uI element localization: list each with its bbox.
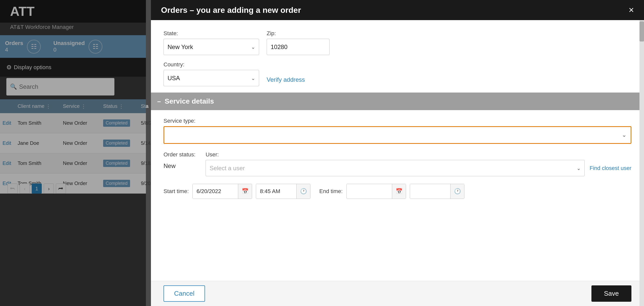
unassigned-icon: ☷ xyxy=(89,40,102,54)
end-time-label: End time: xyxy=(319,188,343,195)
search-icon: 🔍 xyxy=(10,83,17,90)
order-status-group: Order status: New xyxy=(164,151,195,169)
zip-group: Zip: xyxy=(267,30,330,55)
modal-body: State: New York Zip: Country: USA xyxy=(151,20,644,281)
unassigned-label: Unassigned xyxy=(53,40,85,47)
start-date-input-wrap: 📅 xyxy=(192,184,252,199)
end-date-input[interactable] xyxy=(347,184,392,199)
table-row: Edit Jane Doe New Order Completed 5/14/ xyxy=(0,133,146,153)
country-group: Country: USA xyxy=(164,61,259,86)
state-select-wrapper: New York xyxy=(164,39,259,55)
country-select-wrapper: USA xyxy=(164,70,259,86)
service-type-label: Service type: xyxy=(164,118,631,124)
orders-stat: Orders 4 ☷ xyxy=(5,40,41,54)
start-date-calendar-button[interactable]: 📅 xyxy=(238,184,252,199)
display-options-button[interactable]: ⚙ Display options xyxy=(6,64,51,71)
service-3: New Order xyxy=(60,160,101,166)
start-time-clock-button[interactable]: 🕐 xyxy=(296,184,310,199)
order-user-row: Order status: New User: Select a user ⌄ … xyxy=(164,151,631,176)
next-page-button[interactable]: › xyxy=(44,184,54,194)
state-label: State: xyxy=(164,30,259,37)
pagination: ⮪ ‹ 1 › ⮫ xyxy=(8,184,66,194)
search-input[interactable] xyxy=(6,78,114,96)
country-select[interactable]: USA xyxy=(164,70,259,86)
orders-table: Client name ⋮ Service ⋮ Status ⋮ Sta Edi… xyxy=(0,99,146,194)
edit-link-3[interactable]: Edit xyxy=(0,160,15,166)
start-time-input-wrap: 🕐 xyxy=(256,184,310,199)
orders-label: Orders xyxy=(5,40,23,47)
table-row: Edit Tom Smith New Order Completed 9/18/ xyxy=(0,153,146,173)
modal-close-button[interactable]: × xyxy=(629,6,634,15)
unassigned-count: 0 xyxy=(53,47,85,53)
service-details-header: – Service details xyxy=(151,93,644,110)
start-time-input[interactable] xyxy=(256,184,296,199)
zip-label: Zip: xyxy=(267,30,330,37)
gear-icon: ⚙ xyxy=(6,64,12,71)
order-status-label: Order status: xyxy=(164,151,195,158)
find-closest-user-link[interactable]: Find closest user xyxy=(590,165,631,171)
table-header: Client name ⋮ Service ⋮ Status ⋮ Sta xyxy=(0,99,146,113)
cancel-button[interactable]: Cancel xyxy=(164,285,205,302)
service-type-wrapper: ⌄ xyxy=(164,126,631,144)
zip-input[interactable] xyxy=(267,39,330,55)
modal-title: Orders – you are adding a new order xyxy=(161,6,629,15)
end-time-clock-button[interactable]: 🕐 xyxy=(450,184,464,199)
display-options-label: Display options xyxy=(14,64,51,71)
state-zip-row: State: New York Zip: xyxy=(164,30,631,55)
modal-footer: Cancel Save xyxy=(151,281,644,306)
page-1-button[interactable]: 1 xyxy=(32,184,42,194)
start-time-label: Start time: xyxy=(164,188,189,195)
app-header: ATT xyxy=(0,0,146,23)
client-name-3: Tom Smith xyxy=(15,160,60,166)
orders-count: 4 xyxy=(5,47,23,53)
service-4: New Order xyxy=(60,181,101,186)
end-time-input-wrap: 🕐 xyxy=(410,184,464,199)
service-type-select[interactable] xyxy=(164,126,631,144)
order-status-value: New xyxy=(164,160,195,169)
stats-bar: Orders 4 ☷ Unassigned 0 ☷ xyxy=(0,35,146,58)
user-row-inner: Select a user ⌄ Find closest user xyxy=(206,160,631,176)
app-subtitle: AT&T Workforce Manager xyxy=(10,24,74,30)
client-name-1: Tom Smith xyxy=(15,120,60,126)
user-select-wrapper: Select a user ⌄ xyxy=(206,160,585,176)
service-2: New Order xyxy=(60,140,101,146)
orders-icon: ☷ xyxy=(27,40,41,54)
section-title: Service details xyxy=(165,97,214,105)
table-row: Edit Tom Smith New Order Completed 5/8/2 xyxy=(0,113,146,133)
modal-header: Orders – you are adding a new order × xyxy=(151,0,644,20)
status-1: Completed xyxy=(101,119,138,127)
edit-link-1[interactable]: Edit xyxy=(0,120,15,126)
search-container: 🔍 xyxy=(6,78,114,96)
user-label: User: xyxy=(206,151,631,158)
end-date-input-wrap: 📅 xyxy=(346,184,406,199)
verify-address-link[interactable]: Verify address xyxy=(267,76,305,83)
service-type-group: Service type: ⌄ xyxy=(164,118,631,144)
scrollbar[interactable] xyxy=(639,20,644,306)
last-page-button[interactable]: ⮫ xyxy=(56,184,66,194)
start-date-input[interactable] xyxy=(193,184,238,199)
country-label: Country: xyxy=(164,61,259,68)
user-select-arrow-icon: ⌄ xyxy=(577,165,581,171)
modal-dialog: Orders – you are adding a new order × St… xyxy=(151,0,644,306)
end-time-input[interactable] xyxy=(410,184,450,199)
th-service: Service ⋮ xyxy=(60,103,101,109)
prev-page-button[interactable]: ‹ xyxy=(20,184,30,194)
status-3: Completed xyxy=(101,160,138,167)
first-page-button[interactable]: ⮪ xyxy=(8,184,18,194)
save-button[interactable]: Save xyxy=(591,285,631,302)
service-1: New Order xyxy=(60,120,101,126)
client-name-2: Jane Doe xyxy=(15,140,60,146)
country-row: Country: USA Verify address xyxy=(164,61,631,86)
end-date-calendar-button[interactable]: 📅 xyxy=(392,184,406,199)
th-client: Client name ⋮ xyxy=(15,103,60,109)
state-select[interactable]: New York xyxy=(164,39,259,55)
options-bar: ⚙ Display options xyxy=(0,58,146,77)
user-select[interactable]: Select a user xyxy=(206,160,585,176)
scroll-thumb xyxy=(639,21,644,41)
sort-icon-2: ⋮ xyxy=(81,103,86,109)
edit-link-2[interactable]: Edit xyxy=(0,140,15,146)
collapse-icon[interactable]: – xyxy=(157,98,161,105)
status-4: Completed xyxy=(101,180,138,187)
time-row: Start time: 📅 🕐 End time: 📅 🕐 xyxy=(164,184,631,199)
sort-icon: ⋮ xyxy=(46,103,51,109)
